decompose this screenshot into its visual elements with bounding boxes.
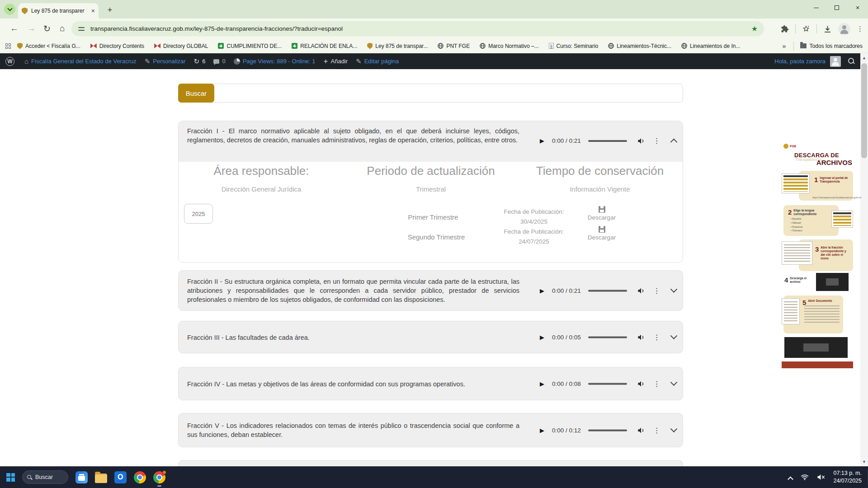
search-input[interactable] [214, 84, 683, 102]
bookmark-label: Marco Normativo –... [488, 43, 538, 49]
collapse-chevron-icon[interactable] [670, 139, 678, 146]
bookmark-item[interactable]: PNT FGE [438, 43, 470, 49]
bookmark-item[interactable]: CUMPLIMIENTO DE... [218, 43, 282, 49]
outlook-icon[interactable] [114, 471, 127, 483]
save-floppy-icon[interactable] [599, 226, 605, 233]
volume-icon[interactable] [637, 333, 645, 341]
bookmark-star-icon[interactable]: ★ [751, 24, 758, 33]
downloads-icon[interactable] [823, 25, 832, 33]
minimize-button[interactable] [806, 0, 826, 15]
bookmark-item[interactable]: RELACIÓN DE ENLA... [292, 43, 357, 49]
page-views-link[interactable]: Page Views: 889 - Online: 1 [234, 58, 316, 65]
file-explorer-icon[interactable] [95, 474, 107, 483]
bookmark-item[interactable]: Marco Normativo –... [480, 43, 538, 49]
step-text: Abrir Documento [808, 299, 832, 306]
tray-caret-up-icon[interactable] [788, 476, 794, 482]
audio-progress-bar[interactable] [588, 429, 627, 431]
expand-chevron-icon[interactable] [670, 425, 678, 432]
reload-icon[interactable]: ↻ [43, 23, 51, 34]
wp-logo-menu[interactable]: W [5, 57, 16, 66]
updates-link[interactable]: ↻6 [194, 57, 206, 66]
fraction-card-partial[interactable] [178, 460, 683, 466]
fraction-card[interactable]: Fracción IV - Las metas y objetivos de l… [178, 367, 683, 400]
audio-menu-button[interactable]: ⋮ [653, 136, 660, 145]
audio-menu-button[interactable]: ⋮ [653, 426, 660, 435]
volume-icon[interactable] [637, 286, 645, 295]
bookmark-item[interactable]: Lineamientos-Técnic... [608, 43, 671, 49]
user-avatar[interactable] [830, 56, 841, 67]
store-icon[interactable] [75, 471, 88, 483]
maximize-button[interactable] [826, 0, 847, 15]
scroll-up-arrow[interactable]: ▲ [860, 54, 868, 61]
expand-chevron-icon[interactable] [670, 332, 678, 339]
site-name-link[interactable]: ⌂Fiscalía General del Estado de Veracruz [24, 57, 137, 65]
fraction-accordion-header[interactable]: Fracción I - El marco normativo aplicabl… [179, 121, 683, 162]
moth-icon [90, 43, 97, 48]
audio-progress-bar[interactable] [588, 336, 627, 338]
play-button[interactable]: ▶ [540, 137, 544, 144]
all-bookmarks-label[interactable]: Todos los marcadores [810, 43, 863, 49]
search-button[interactable]: Buscar [178, 84, 214, 103]
save-floppy-icon[interactable] [599, 206, 605, 213]
extensions-puzzle-icon[interactable] [781, 25, 789, 33]
page-scrollbar[interactable]: ▲ ▼ [860, 53, 868, 466]
address-bar[interactable]: transparencia.fiscaliaveracruz.gob.mx/le… [71, 21, 764, 36]
volume-icon[interactable] [637, 426, 645, 434]
taskbar-search[interactable]: Buscar [22, 470, 68, 484]
bookmark-item[interactable]: Lineamientos de In... [681, 43, 740, 49]
bookmark-item[interactable]: Directory Contents [90, 43, 144, 49]
search-icon[interactable] [848, 58, 855, 65]
wifi-icon[interactable] [801, 474, 809, 480]
audio-menu-button[interactable]: ⋮ [653, 333, 660, 342]
volume-icon[interactable] [637, 137, 645, 145]
play-button[interactable]: ▶ [540, 334, 544, 341]
back-icon[interactable]: ← [10, 23, 19, 33]
expand-chevron-icon[interactable] [670, 286, 678, 293]
comments-link[interactable]: 0 [213, 58, 225, 65]
close-button[interactable]: × [847, 0, 868, 15]
year-tab[interactable]: 2025 [184, 204, 213, 224]
download-label[interactable]: Descargar [584, 214, 620, 221]
chrome-active-icon[interactable] [153, 471, 165, 483]
play-button[interactable]: ▶ [540, 287, 544, 294]
play-button[interactable]: ▶ [540, 380, 544, 387]
bookmarks-overflow-icon[interactable]: » [782, 42, 786, 50]
volume-icon[interactable] [637, 380, 645, 388]
add-new-link[interactable]: +Añadir [324, 57, 348, 66]
taskbar-clock[interactable]: 07:13 p. m. 24/07/2025 [833, 469, 862, 485]
fraction-card[interactable]: Fracción V - Los indicadores relacionado… [178, 413, 683, 447]
download-label[interactable]: Descargar [584, 234, 620, 241]
audio-progress-bar[interactable] [588, 290, 627, 291]
audio-menu-button[interactable]: ⋮ [653, 380, 660, 388]
chrome-icon[interactable] [134, 471, 146, 483]
bookmark-item[interactable]: Curso: Seminario [549, 43, 599, 49]
expand-chevron-icon[interactable] [670, 379, 678, 386]
tab-search-button[interactable] [4, 4, 15, 15]
fraction-card[interactable]: Fracción III - Las facultades de cada ár… [178, 321, 683, 353]
home-icon[interactable]: ⌂ [60, 23, 65, 33]
start-button[interactable] [6, 473, 15, 482]
fraction-card[interactable]: Fracción II - Su estructura orgánica com… [178, 270, 683, 311]
bookmark-item[interactable]: Ley 875 de transpar... [367, 43, 428, 49]
tab-close-icon[interactable]: × [91, 8, 95, 14]
browser-menu-icon[interactable]: ⋮ [857, 25, 863, 33]
audio-menu-button[interactable]: ⋮ [653, 286, 660, 295]
customize-link[interactable]: ✎Personalizar [145, 57, 186, 66]
scroll-down-arrow[interactable]: ▼ [860, 458, 868, 465]
forward-icon[interactable]: → [27, 23, 36, 33]
profile-avatar[interactable] [838, 23, 850, 35]
audio-progress-bar[interactable] [588, 383, 627, 385]
scrollbar-thumb[interactable] [861, 63, 867, 158]
bookmark-item[interactable]: Directory GLOBAL [154, 43, 208, 49]
browser-tab[interactable]: Ley 875 de transparencia fracci × [18, 3, 99, 19]
audio-progress-bar[interactable] [588, 140, 627, 142]
play-button[interactable]: ▶ [540, 427, 544, 434]
edit-page-link[interactable]: ✎Editar página [356, 57, 399, 66]
bookmark-item[interactable]: Acceder < Fiscalía G... [17, 43, 80, 49]
volume-muted-icon[interactable] [817, 474, 825, 480]
new-tab-button[interactable]: + [104, 4, 116, 16]
apps-grid-icon[interactable] [5, 43, 11, 49]
site-settings-icon[interactable] [78, 25, 85, 33]
user-greeting-link[interactable]: Hola, paola zamora [774, 58, 826, 65]
sparkle-star-icon[interactable] [802, 25, 810, 33]
